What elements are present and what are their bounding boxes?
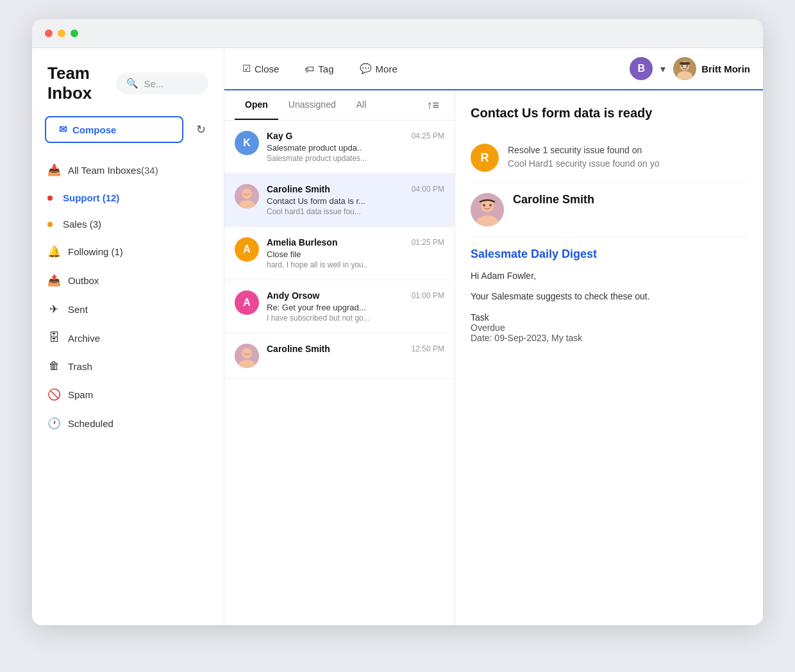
sender-4: Andy Orsow <box>267 290 319 301</box>
sidebar-item-spam[interactable]: 🚫 Spam <box>32 380 224 409</box>
trash-icon: 🗑 <box>47 360 60 373</box>
sidebar-item-outbox[interactable]: 📤 Outbox <box>32 266 224 295</box>
svg-point-15 <box>483 204 485 206</box>
preview-3: hard, I hope all is well in you.. <box>267 260 444 269</box>
scheduled-icon: 🕐 <box>47 417 60 430</box>
tag-button[interactable]: 🏷 Tag <box>299 61 339 77</box>
sender-1: Kay G <box>267 131 292 141</box>
tab-unassigned[interactable]: Unassigned <box>278 90 346 120</box>
compose-icon: ✉ <box>59 124 67 135</box>
date-label: Date: 09-Sep-2023, My task <box>471 333 748 343</box>
svg-point-4 <box>687 65 689 67</box>
task-label: Task <box>471 312 748 323</box>
time-2: 04:00 PM <box>412 185 444 194</box>
sales-dot <box>47 222 53 227</box>
sidebar-item-following[interactable]: 🔔 Following (1) <box>32 237 224 266</box>
more-icon: 💬 <box>360 63 372 74</box>
email-item-1[interactable]: K Kay G 04:25 PM Salesmate product upda.… <box>224 121 455 174</box>
email-content-1: Kay G 04:25 PM Salesmate product upda.. … <box>267 131 444 163</box>
sidebar-item-archive[interactable]: 🗄 Archive <box>32 324 224 352</box>
tag-icon: 🏷 <box>305 63 314 74</box>
time-1: 04:25 PM <box>412 131 444 140</box>
email-header-3: Amelia Burleson 01:25 PM <box>267 237 444 248</box>
app-container: Team Inbox 🔍 Se... ✉ Compose ↻ 📥 All Tea… <box>32 48 763 625</box>
sender-2: Caroline Smith <box>267 184 330 194</box>
archive-label: Archive <box>68 333 100 344</box>
close-button[interactable]: ☑ Close <box>237 60 284 77</box>
all-inboxes-label: All Team Inboxes(34) <box>68 165 158 176</box>
toolbar-right: B ▾ <box>630 57 750 80</box>
inbox-icon: 📥 <box>47 164 60 177</box>
close-dot[interactable] <box>45 29 53 37</box>
support-dot <box>47 196 53 201</box>
email-item-3[interactable]: A Amelia Burleson 01:25 PM Close file ha… <box>224 227 455 280</box>
svg-point-16 <box>489 204 492 206</box>
spam-icon: 🚫 <box>47 388 60 401</box>
agent-info: Britt Morin <box>673 57 750 80</box>
trash-label: Trash <box>68 361 92 372</box>
subject-3: Close file <box>267 249 444 259</box>
avatar-2 <box>235 184 259 208</box>
sort-button[interactable]: ↑≡ <box>421 94 444 117</box>
sidebar-item-sales[interactable]: Sales (3) <box>32 211 224 237</box>
digest-greeting: Hi Adam Fowler, <box>471 269 748 284</box>
detail-email-item-1: R Resolve 1 security issue found on Cool… <box>471 133 748 183</box>
agent-dropdown-arrow[interactable]: ▾ <box>660 63 665 75</box>
email-content-3: Amelia Burleson 01:25 PM Close file hard… <box>267 237 444 269</box>
avatar-1: K <box>235 131 259 155</box>
refresh-button[interactable]: ↻ <box>191 117 211 142</box>
following-label: Following (1) <box>68 246 123 257</box>
page-title: Team Inbox <box>47 63 116 103</box>
detail-contact-item: Caroline Smith <box>471 183 748 237</box>
sidebar-item-scheduled[interactable]: 🕐 Scheduled <box>32 409 224 438</box>
tab-all[interactable]: All <box>346 90 377 120</box>
outbox-label: Outbox <box>68 275 99 286</box>
time-3: 01:25 PM <box>412 238 444 247</box>
compose-button[interactable]: ✉ Compose <box>45 116 183 143</box>
detail-email-subtext-1: Cool Hard1 security issue found on yo <box>508 157 748 171</box>
more-label: More <box>376 63 398 74</box>
agent-avatar-circle: B <box>630 57 653 80</box>
sidebar-item-trash[interactable]: 🗑 Trash <box>32 352 224 380</box>
toolbar: ☑ Close 🏷 Tag 💬 More B <box>224 48 763 90</box>
email-item-5[interactable]: Caroline Smith 12:50 PM <box>224 333 455 379</box>
outbox-icon: 📤 <box>47 274 60 287</box>
following-icon: 🔔 <box>47 245 60 258</box>
email-item-2[interactable]: Caroline Smith 04:00 PM Contact Us form … <box>224 174 455 227</box>
email-item-4[interactable]: A Andy Orsow 01:00 PM Re: Get your free … <box>224 280 455 333</box>
detail-email-content-1: Resolve 1 security issue found on Cool H… <box>508 144 748 171</box>
sent-icon: ✈ <box>47 303 60 316</box>
overdue-label: Overdue <box>471 323 748 333</box>
agent-photo <box>673 57 696 80</box>
email-content-4: Andy Orsow 01:00 PM Re: Get your free up… <box>267 290 444 323</box>
detail-title: Contact Us form data is ready <box>471 106 748 121</box>
search-icon: 🔍 <box>126 78 138 89</box>
more-button[interactable]: 💬 More <box>355 60 403 77</box>
email-content-2: Caroline Smith 04:00 PM Contact Us form … <box>267 184 444 216</box>
email-content-5: Caroline Smith 12:50 PM <box>267 344 444 357</box>
tabs-bar: Open Unassigned All ↑≡ <box>224 90 455 121</box>
compose-label: Compose <box>72 124 116 135</box>
sender-5: Caroline Smith <box>267 344 330 354</box>
email-header-2: Caroline Smith 04:00 PM <box>267 184 444 194</box>
tab-open[interactable]: Open <box>235 90 278 120</box>
svg-point-3 <box>682 65 683 67</box>
detail-panel: Contact Us form data is ready R Resolve … <box>455 90 763 625</box>
split-panel: Open Unassigned All ↑≡ K Kay G 04 <box>224 90 763 625</box>
search-bar[interactable]: 🔍 Se... <box>116 72 208 94</box>
sender-3: Amelia Burleson <box>267 237 337 248</box>
contact-name-wrapper: Caroline Smith <box>513 193 594 209</box>
sidebar-header: Team Inbox 🔍 Se... <box>32 63 224 116</box>
minimize-dot[interactable] <box>58 29 65 37</box>
sent-label: Sent <box>68 304 88 315</box>
contact-name: Caroline Smith <box>513 193 594 206</box>
subject-2: Contact Us form data is r... <box>267 196 444 206</box>
sidebar-item-all-inboxes[interactable]: 📥 All Team Inboxes(34) <box>32 156 224 185</box>
sales-label: Sales (3) <box>63 219 101 230</box>
sidebar-item-sent[interactable]: ✈ Sent <box>32 295 224 324</box>
sidebar: Team Inbox 🔍 Se... ✉ Compose ↻ 📥 All Tea… <box>32 48 224 625</box>
scheduled-label: Scheduled <box>68 418 113 429</box>
subject-1: Salesmate product upda.. <box>267 143 444 153</box>
sidebar-item-support[interactable]: Support (12) <box>32 185 224 211</box>
maximize-dot[interactable] <box>71 29 78 37</box>
